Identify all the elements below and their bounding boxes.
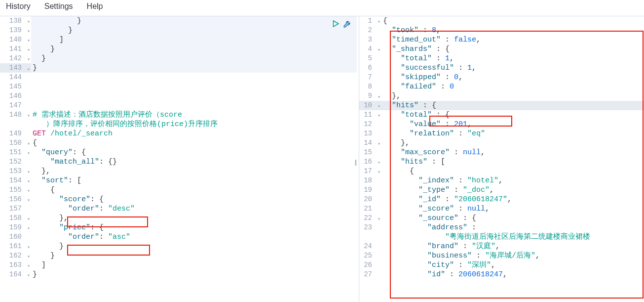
gutter: 160 <box>0 232 27 242</box>
gutter: 162 <box>0 251 27 260</box>
gutter: 144 <box>0 73 27 82</box>
gutter: 161 <box>0 242 27 251</box>
menu-history[interactable]: History <box>6 2 31 11</box>
gutter: 21 <box>359 204 377 214</box>
gutter: 154 <box>0 176 27 185</box>
gutter: 145 <box>0 82 27 91</box>
gutter: 14 <box>359 138 377 148</box>
gutter: 6 <box>359 63 377 73</box>
gutter: 11 <box>359 110 377 120</box>
request-editor[interactable]: 138▾ } 139▾ } 140▾ ] 141▾ } 142▾ } 143▴}… <box>0 16 359 279</box>
gutter: 157 <box>0 204 27 214</box>
gutter: 153 <box>0 167 27 176</box>
gutter: 163 <box>0 260 27 270</box>
gutter: 158 <box>0 214 27 223</box>
split-panes: || 138▾ } 139▾ } 140▾ ] 141▾ } 142▾ } 14… <box>0 16 644 302</box>
gutter: 1 <box>359 16 377 26</box>
gutter: 19 <box>359 185 377 195</box>
gutter: 138 <box>0 16 27 26</box>
gutter: 146 <box>0 91 27 101</box>
gutter: 155 <box>0 185 27 195</box>
gutter: 26 <box>359 260 377 270</box>
gutter: 159 <box>0 223 27 232</box>
gutter: 3 <box>359 35 377 44</box>
gutter: 4 <box>359 44 377 54</box>
gutter: 13 <box>359 129 377 138</box>
gutter: 141 <box>0 44 27 54</box>
gutter: 142 <box>0 54 27 63</box>
response-viewer[interactable]: 1▾{ 2 "took" : 8, 3 "timed_out" : false,… <box>359 16 644 279</box>
gutter: 2 <box>359 26 377 35</box>
menu-help[interactable]: Help <box>87 2 103 11</box>
gutter: 147 <box>0 101 27 110</box>
gutter: 140 <box>0 35 27 44</box>
gutter: 156 <box>0 195 27 204</box>
gutter: 15 <box>359 148 377 157</box>
gutter: 148 <box>0 110 27 120</box>
gutter: 27 <box>359 270 377 279</box>
gutter: 149 <box>0 129 27 138</box>
gutter: 16 <box>359 157 377 167</box>
gutter: 12 <box>359 120 377 129</box>
gutter: 8 <box>359 82 377 91</box>
gutter: 22 <box>359 214 377 223</box>
gutter: 17 <box>359 167 377 176</box>
gutter: 24 <box>359 242 377 251</box>
gutter: 164 <box>0 270 27 279</box>
gutter: 151 <box>0 148 27 157</box>
gutter: 9 <box>359 91 377 101</box>
gutter: 18 <box>359 176 377 185</box>
gutter: 25 <box>359 251 377 260</box>
request-editor-pane: || 138▾ } 139▾ } 140▾ ] 141▾ } 142▾ } 14… <box>0 16 359 302</box>
gutter: 23 <box>359 223 377 232</box>
gutter: 150 <box>0 138 27 148</box>
menu-settings[interactable]: Settings <box>44 2 73 11</box>
gutter: 20 <box>359 195 377 204</box>
response-viewer-pane: 1▾{ 2 "took" : 8, 3 "timed_out" : false,… <box>359 16 644 302</box>
gutter: 7 <box>359 73 377 82</box>
gutter: 143 <box>0 63 27 73</box>
menubar: History Settings Help <box>0 0 644 16</box>
gutter: 139 <box>0 26 27 35</box>
gutter: 152 <box>0 157 27 167</box>
gutter: 10 <box>359 101 377 110</box>
gutter: 5 <box>359 54 377 63</box>
